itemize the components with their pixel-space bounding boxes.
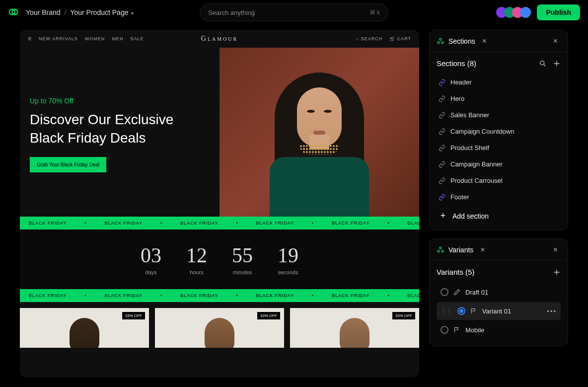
section-label: Campaign Countdown <box>450 128 514 135</box>
link-icon <box>439 112 445 119</box>
countdown-label: seconds <box>278 269 298 275</box>
countdown-value: 03 <box>141 243 161 267</box>
countdown-value: 12 <box>186 243 207 267</box>
marquee-banner: BLACK FRIDAY•BLACK FRIDAY•BLACK FRIDAY•B… <box>20 217 419 230</box>
more-options-icon[interactable]: ••• <box>547 308 557 315</box>
breadcrumb-brand[interactable]: Your Brand <box>26 8 61 16</box>
svg-point-3 <box>540 61 544 65</box>
close-panel-icon[interactable]: × <box>550 37 561 46</box>
close-panel-icon[interactable]: × <box>550 245 561 254</box>
radio-button[interactable] <box>457 307 465 315</box>
variant-label: Mobile <box>465 326 484 334</box>
avatar[interactable] <box>520 7 531 18</box>
publish-button[interactable]: Publish <box>537 4 580 20</box>
section-item[interactable]: Campaign Countdown <box>437 124 561 139</box>
section-label: Header <box>450 78 472 86</box>
variants-tab-label[interactable]: Variants <box>448 246 473 254</box>
countdown-value: 19 <box>278 243 298 267</box>
link-icon <box>439 145 445 152</box>
add-variant-icon[interactable] <box>553 268 561 276</box>
section-item[interactable]: Campaign Banner <box>437 156 561 172</box>
link-icon <box>439 128 445 135</box>
hamburger-icon[interactable]: ≡ <box>28 35 32 42</box>
sections-panel: Sections × × Sections (8) HeaderHeroSale… <box>429 30 568 231</box>
countdown-item: 19seconds <box>278 243 298 275</box>
product-card[interactable]: 33% OFF <box>155 308 284 348</box>
radio-button[interactable] <box>441 288 448 296</box>
search-sections-icon[interactable] <box>539 60 547 68</box>
add-section-icon[interactable] <box>553 60 561 68</box>
close-tab-icon[interactable]: × <box>479 37 490 46</box>
variants-panel: Variants × × Variants (5) Draft 01⋮⋮Vari… <box>429 238 568 346</box>
link-icon <box>439 194 445 201</box>
countdown-section: 03days12hours55minutes19seconds <box>20 230 419 289</box>
product-shelf: 33% OFF 33% OFF 33% OFF <box>20 302 419 348</box>
variants-icon <box>437 246 444 254</box>
nav-sale[interactable]: SALE <box>130 36 144 41</box>
search-bar[interactable]: ⌘ k <box>200 3 388 21</box>
breadcrumb-separator: / <box>65 8 67 16</box>
section-item[interactable]: Header <box>437 75 561 90</box>
collaborator-avatars[interactable] <box>499 7 531 18</box>
nav-search[interactable]: ⌕ SEARCH <box>356 36 382 41</box>
hero-subtitle: Up to 70% Off <box>30 97 210 105</box>
add-section-button[interactable]: + Add section <box>437 205 561 223</box>
svg-point-2 <box>441 41 443 43</box>
pencil-icon <box>453 289 460 296</box>
marquee-banner: BLACK FRIDAY•BLACK FRIDAY•BLACK FRIDAY•B… <box>20 289 419 302</box>
hero-title: Discover Our Exclusive Black Friday Deal… <box>30 111 210 147</box>
svg-point-5 <box>438 250 440 252</box>
preview-canvas: ≡ NEW ARRIVALS WOMEN MEN SALE Glamour ⌕ … <box>20 30 419 377</box>
chevron-down-icon: ▾ <box>131 10 134 16</box>
svg-point-6 <box>441 250 443 252</box>
svg-point-0 <box>440 38 441 40</box>
preview-nav: ≡ NEW ARRIVALS WOMEN MEN SALE Glamour ⌕ … <box>20 30 419 48</box>
section-label: Hero <box>450 95 464 102</box>
section-item[interactable]: Product Shelf <box>437 140 561 155</box>
section-item[interactable]: Footer <box>437 189 561 205</box>
hero-cta-button[interactable]: Grab Your Black Friday Deal <box>30 157 106 172</box>
countdown-value: 55 <box>232 243 253 267</box>
sections-heading: Sections (8) <box>437 59 476 68</box>
product-card[interactable]: 33% OFF <box>20 308 149 348</box>
nav-new-arrivals[interactable]: NEW ARRIVALS <box>39 36 78 41</box>
variant-label: Draft 01 <box>465 289 488 296</box>
section-label: Sales Banner <box>450 111 489 119</box>
section-item[interactable]: Sales Banner <box>437 107 561 123</box>
variant-item[interactable]: ⋮⋮Variant 01••• <box>437 302 561 320</box>
preview-logo[interactable]: Glamour <box>201 35 238 43</box>
countdown-label: hours <box>186 269 207 275</box>
product-card[interactable]: 33% OFF <box>290 308 419 348</box>
nav-women[interactable]: WOMEN <box>85 36 105 41</box>
sections-tab-label[interactable]: Sections <box>448 37 475 45</box>
plus-icon: + <box>439 211 447 221</box>
countdown-label: minutes <box>232 269 253 275</box>
flag-icon <box>453 326 460 333</box>
search-input[interactable] <box>208 9 369 16</box>
section-label: Footer <box>450 193 469 201</box>
link-icon <box>439 79 445 86</box>
svg-point-1 <box>438 41 440 43</box>
countdown-item: 55minutes <box>232 243 253 275</box>
breadcrumb-page[interactable]: Your Product Page ▾ <box>70 8 134 16</box>
variant-label: Variant 01 <box>482 308 511 315</box>
app-logo-icon[interactable] <box>8 6 20 18</box>
drag-handle-icon[interactable]: ⋮⋮ <box>441 308 452 314</box>
variant-item[interactable]: Draft 01 <box>437 283 561 301</box>
section-label: Product Shelf <box>450 144 489 152</box>
variant-item[interactable]: Mobile <box>437 321 561 339</box>
section-item[interactable]: Hero <box>437 91 561 106</box>
variants-heading: Variants (5) <box>437 268 474 276</box>
discount-badge: 33% OFF <box>122 312 145 319</box>
hero-section: Up to 70% Off Discover Our Exclusive Bla… <box>20 48 419 217</box>
section-label: Campaign Banner <box>450 160 503 168</box>
radio-button[interactable] <box>441 326 448 334</box>
sections-icon <box>437 37 444 45</box>
svg-point-4 <box>440 247 441 249</box>
nav-men[interactable]: MEN <box>112 36 123 41</box>
discount-badge: 33% OFF <box>257 312 280 319</box>
close-tab-icon[interactable]: × <box>477 245 488 254</box>
flag-icon <box>470 308 477 314</box>
section-item[interactable]: Product Carrousel <box>437 173 561 188</box>
nav-cart[interactable]: 🛒 CART <box>389 36 411 41</box>
